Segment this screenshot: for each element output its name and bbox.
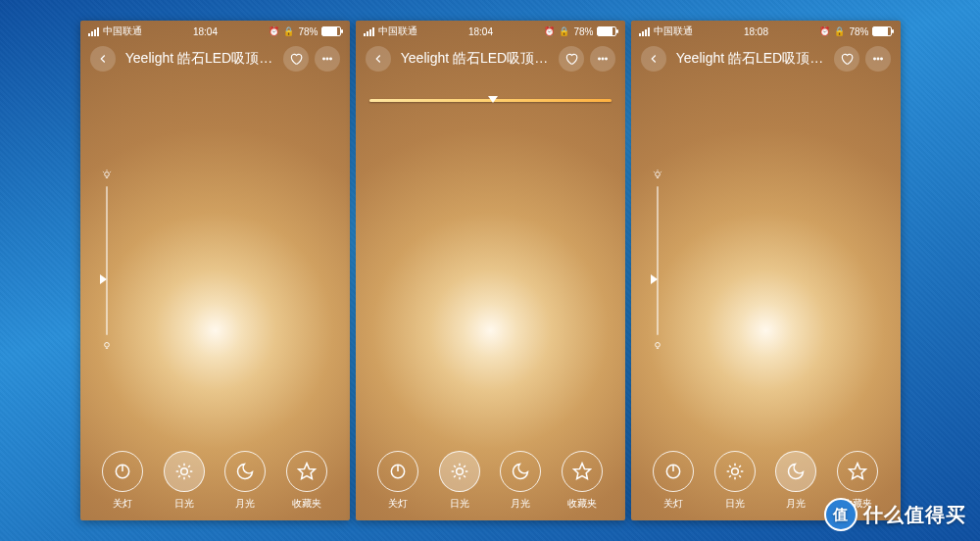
carrier-label: 中国联通 [103,25,142,38]
fav-icon [837,451,878,492]
svg-marker-58 [850,464,866,479]
clock-label: 18:04 [193,26,218,37]
mode-moon-button[interactable]: 月光 [500,451,541,511]
battery-icon [872,26,892,36]
favorite-button[interactable] [559,46,584,72]
sun-icon [714,451,756,492]
svg-line-6 [110,172,111,172]
mode-moon-button[interactable]: 月光 [224,451,266,511]
stage: 中国联通 18:04 ⏰ 🔒 78% Yeelight 皓石LED吸顶… 关灯 … [0,0,980,541]
svg-line-34 [454,475,456,477]
nav-bar: Yeelight 皓石LED吸顶… [631,40,901,81]
svg-point-40 [655,172,660,177]
svg-point-49 [731,468,738,475]
fav-icon [562,451,603,492]
mode-sun-button[interactable]: 日光 [714,451,756,511]
sun-icon [164,451,205,492]
svg-line-33 [464,475,466,477]
svg-point-24 [605,58,607,60]
mode-fav-button[interactable]: 收藏夹 [562,451,603,511]
phone-screen: 中国联通 18:04 ⏰ 🔒 78% Yeelight 皓石LED吸顶… 关灯 … [356,21,625,520]
more-button[interactable] [590,46,615,72]
nav-bar: Yeelight 皓石LED吸顶… [356,40,625,81]
svg-point-38 [877,58,879,60]
slider-handle-icon[interactable] [651,274,658,284]
mode-label: 关灯 [663,497,683,511]
color-temp-slider[interactable] [369,99,612,113]
svg-line-57 [739,466,741,467]
off-icon [377,451,418,492]
more-button[interactable] [315,46,340,72]
mode-label: 月光 [235,497,255,511]
favorite-button[interactable] [283,46,309,72]
svg-point-37 [873,58,875,60]
watermark: 值 什么值得买 [824,498,966,531]
fav-icon [286,451,327,492]
mode-label: 日光 [174,497,194,511]
favorite-button[interactable] [834,46,859,72]
bulb-on-icon [100,169,114,182]
page-title: Yeelight 皓石LED吸顶… [122,50,277,68]
brightness-slider[interactable] [649,172,666,349]
carrier-label: 中国联通 [378,25,417,38]
brightness-slider[interactable] [98,172,116,349]
svg-line-19 [178,475,180,477]
phone-screen: 中国联通 18:08 ⏰ 🔒 78% Yeelight 皓石LED吸顶… 关灯 … [631,21,901,520]
mode-off-button[interactable]: 关灯 [377,451,418,511]
page-title: Yeelight 皓石LED吸顶… [672,50,828,68]
mode-bar: 关灯 日光 月光 收藏夹 [80,451,350,511]
mode-off-button[interactable]: 关灯 [653,451,694,511]
phone-screen: 中国联通 18:04 ⏰ 🔒 78% Yeelight 皓石LED吸顶… 关灯 … [80,21,350,520]
slider-handle-icon[interactable] [100,274,107,284]
mode-moon-button[interactable]: 月光 [775,451,816,511]
mode-sun-button[interactable]: 日光 [439,451,480,511]
svg-line-20 [188,466,190,467]
back-button[interactable] [366,46,391,72]
mode-label: 日光 [450,497,469,511]
svg-line-56 [729,475,731,477]
slider-handle-icon[interactable] [488,96,498,103]
signal-icon [639,27,650,36]
svg-point-8 [104,343,109,348]
mode-label: 月光 [786,497,806,511]
svg-point-23 [602,58,604,60]
svg-point-0 [322,58,324,60]
rotation-lock-icon: 🔒 [283,26,294,36]
mode-off-button[interactable]: 关灯 [102,451,143,511]
battery-label: 78% [849,26,868,37]
sun-icon [439,451,480,492]
svg-point-22 [598,58,600,60]
battery-icon [597,26,616,36]
moon-icon [775,451,816,492]
rotation-lock-icon: 🔒 [559,26,569,36]
svg-point-12 [180,468,187,475]
alarm-icon: ⏰ [544,26,555,36]
bulb-off-icon [100,339,114,353]
signal-icon [88,27,99,36]
moon-icon [500,451,541,492]
svg-line-17 [178,466,180,467]
page-title: Yeelight 皓石LED吸顶… [397,50,553,68]
moon-icon [224,451,266,492]
nav-bar: Yeelight 皓石LED吸顶… [80,40,350,81]
mode-label: 收藏夹 [292,497,321,511]
alarm-icon: ⏰ [819,26,830,36]
status-bar: 中国联通 18:04 ⏰ 🔒 78% [80,21,350,40]
svg-point-3 [104,172,109,177]
svg-marker-36 [574,464,591,479]
svg-point-27 [456,468,463,475]
clock-label: 18:08 [744,26,768,37]
rotation-lock-icon: 🔒 [834,26,845,36]
carrier-label: 中国联通 [654,25,693,38]
off-icon [653,451,694,492]
back-button[interactable] [641,46,666,72]
mode-label: 收藏夹 [567,497,597,511]
back-button[interactable] [90,46,116,72]
svg-point-45 [655,343,660,348]
svg-line-35 [464,466,466,467]
mode-sun-button[interactable]: 日光 [164,451,205,511]
mode-fav-button[interactable]: 收藏夹 [286,451,327,511]
more-button[interactable] [865,46,891,72]
svg-line-32 [454,466,456,467]
svg-point-39 [880,58,882,60]
